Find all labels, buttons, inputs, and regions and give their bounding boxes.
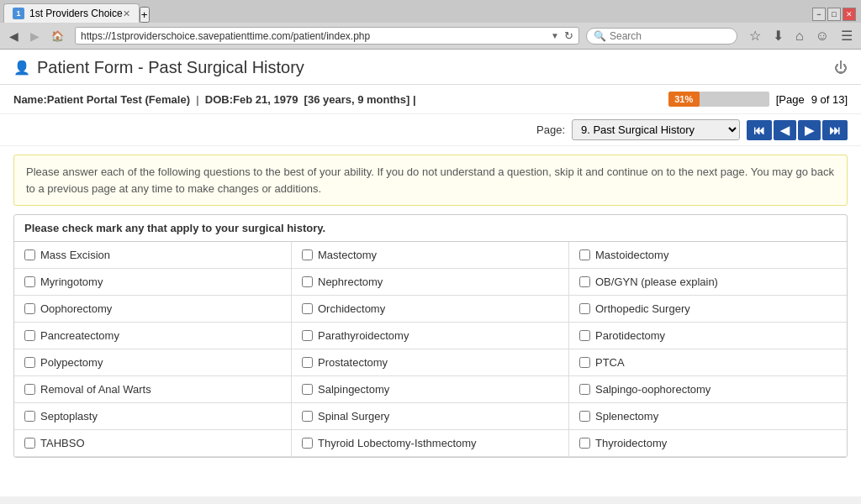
surgery-checkbox[interactable] <box>579 384 590 395</box>
progress-bar: 31% <box>668 92 700 107</box>
page-nav-buttons: ⏮ ◀ ▶ ⏭ <box>747 120 848 140</box>
url-text: https://1stproviderschoice.savepatientti… <box>81 30 547 42</box>
progress-area: 31% [Page 9 of 13] <box>668 92 848 107</box>
surgery-label: Prostatectomy <box>318 356 388 369</box>
url-bar[interactable]: https://1stproviderschoice.savepatientti… <box>75 27 579 45</box>
surgery-label: Splenectomy <box>595 410 658 423</box>
surgery-cell: Removal of Anal Warts <box>14 376 292 403</box>
patient-dob: Feb 21, 1979 <box>233 93 298 106</box>
surgery-checkbox[interactable] <box>579 357 590 368</box>
surgery-cell: Thyroidectomy <box>569 430 847 457</box>
separator: | <box>413 93 416 106</box>
surgery-cell: Parathyroidectomy <box>292 323 569 349</box>
bookmarks-icon[interactable]: ☆ <box>746 26 764 45</box>
surgery-checkbox[interactable] <box>24 276 35 287</box>
surgery-checkbox[interactable] <box>302 357 313 368</box>
surgery-cell: TAHBSO <box>14 430 292 457</box>
surgery-cell: PTCA <box>569 349 847 376</box>
surgery-checkbox[interactable] <box>302 384 313 395</box>
surgery-checkbox[interactable] <box>579 438 590 449</box>
surgery-cell: Parotidectomy <box>569 323 847 349</box>
surgery-cell: Mass Excision <box>14 242 292 269</box>
surgery-checkbox[interactable] <box>24 411 35 422</box>
tab-close-button[interactable]: ✕ <box>123 8 130 19</box>
surgery-checkbox[interactable] <box>302 330 313 341</box>
page-select-dropdown[interactable]: 9. Past Surgical History <box>572 119 740 140</box>
refresh-icon[interactable]: ↻ <box>564 29 573 42</box>
home-button[interactable]: 🏠 <box>47 29 68 44</box>
download-icon[interactable]: ⬇ <box>769 26 787 45</box>
surgery-grid: Mass ExcisionMastectomyMastoidectomyMyri… <box>14 242 847 457</box>
menu-icon[interactable]: ☰ <box>837 26 856 45</box>
surgery-checkbox[interactable] <box>24 303 35 314</box>
search-input[interactable] <box>610 30 694 42</box>
surgery-label: Parathyroidectomy <box>318 329 409 342</box>
home-nav-icon[interactable]: ⌂ <box>792 27 807 45</box>
url-dropdown-icon[interactable]: ▼ <box>551 31 559 40</box>
surgery-cell: OB/GYN (please explain) <box>569 269 847 296</box>
page-content: 👤 Patient Form - Past Surgical History ⏻… <box>0 50 861 496</box>
patient-info: Name:Patient Portal Test (Female) | DOB:… <box>13 93 416 106</box>
surgery-checkbox[interactable] <box>302 249 313 260</box>
surgery-checkbox[interactable] <box>302 276 313 287</box>
surgery-label: Mastectomy <box>318 249 377 261</box>
surgery-checkbox[interactable] <box>24 384 35 395</box>
first-page-button[interactable]: ⏮ <box>747 120 772 140</box>
surgery-label: Parotidectomy <box>595 329 665 342</box>
nav-icons: ☆ ⬇ ⌂ ☺ ☰ <box>746 26 856 45</box>
surgery-cell: Pancreatectomy <box>14 323 292 349</box>
surgery-checkbox[interactable] <box>24 249 35 260</box>
surgery-checkbox[interactable] <box>24 357 35 368</box>
surgery-checkbox[interactable] <box>579 303 590 314</box>
surgery-cell: Polypectomy <box>14 349 292 376</box>
surgery-label: Thyroidectomy <box>595 437 667 449</box>
surgery-checkbox[interactable] <box>579 249 590 260</box>
page-title: Patient Form - Past Surgical History <box>37 58 304 77</box>
surgery-label: Nephrectomy <box>318 276 383 288</box>
surgery-checkbox[interactable] <box>579 276 590 287</box>
surgery-label: Thyroid Lobectomy-Isthmectomy <box>318 437 477 449</box>
progress-percent: 31% <box>674 94 693 104</box>
minimize-button[interactable]: − <box>812 8 826 21</box>
surgery-label: TAHBSO <box>40 437 85 449</box>
surgery-checkbox[interactable] <box>302 411 313 422</box>
section-header: Please check mark any that apply to your… <box>14 215 847 242</box>
surgery-checkbox[interactable] <box>302 438 313 449</box>
navigation-bar: ◀ ▶ 🏠 https://1stproviderschoice.savepat… <box>0 23 861 49</box>
search-bar[interactable]: 🔍 <box>586 28 737 45</box>
prev-page-button[interactable]: ◀ <box>774 120 796 140</box>
next-page-button[interactable]: ▶ <box>798 120 821 140</box>
surgery-checkbox[interactable] <box>24 330 35 341</box>
active-tab[interactable]: 1 1st Providers Choice ✕ <box>3 3 140 23</box>
surgery-label: Mass Excision <box>40 249 110 261</box>
user-nav-icon[interactable]: ☺ <box>812 27 832 45</box>
surgery-checkbox[interactable] <box>579 411 590 422</box>
surgery-cell: Orthopedic Surgery <box>569 296 847 323</box>
surgery-cell: Orchidectomy <box>292 296 569 323</box>
surgery-label: Mastoidectomy <box>595 249 668 261</box>
instructions-box: Please answer each of the following ques… <box>13 155 848 206</box>
new-tab-button[interactable]: + <box>140 7 150 23</box>
surgery-label: Salpingectomy <box>318 383 389 396</box>
page-nav-label: Page: <box>536 123 565 136</box>
back-button[interactable]: ◀ <box>5 28 23 45</box>
surgery-cell: Oophorectomy <box>14 296 292 323</box>
forward-button[interactable]: ▶ <box>26 28 44 45</box>
surgery-cell: Spinal Surgery <box>292 403 569 430</box>
surgery-label: Orchidectomy <box>318 302 385 315</box>
surgery-checkbox[interactable] <box>579 330 590 341</box>
surgery-checkbox[interactable] <box>24 438 35 449</box>
surgery-label: Spinal Surgery <box>318 410 389 423</box>
tab-title: 1st Providers Choice <box>29 8 123 19</box>
power-button[interactable]: ⏻ <box>834 60 848 76</box>
surgery-cell: Nephrectomy <box>292 269 569 296</box>
surgery-label: Removal of Anal Warts <box>40 383 151 396</box>
surgery-checkbox[interactable] <box>302 303 313 314</box>
patient-age: [36 years, 9 months] <box>304 93 410 106</box>
last-page-button[interactable]: ⏭ <box>822 120 848 140</box>
surgery-label: OB/GYN (please explain) <box>595 276 718 288</box>
maximize-button[interactable]: □ <box>827 8 841 21</box>
surgery-label: Myringotomy <box>40 276 103 288</box>
close-button[interactable]: ✕ <box>843 8 856 21</box>
surgery-cell: Salpingo-oophorectomy <box>569 376 847 403</box>
